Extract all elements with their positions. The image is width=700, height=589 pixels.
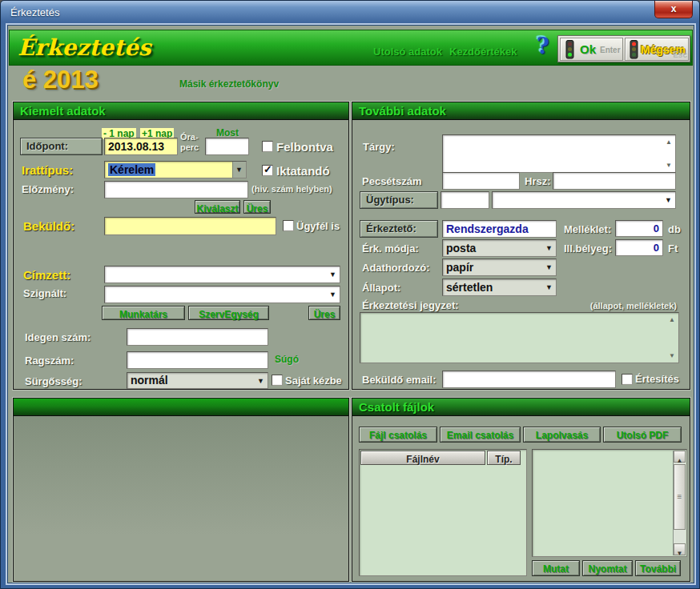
ugytipus-button[interactable]: Ügytípus: xyxy=(360,191,438,209)
nyomtat-button[interactable]: Nyomtat xyxy=(582,560,633,576)
ugytipus-combobox[interactable]: ▼ xyxy=(492,191,676,209)
sajat-kezbe-checkbox[interactable] xyxy=(272,375,283,386)
utolso-pdf-button[interactable]: Utolsó PDF xyxy=(603,427,682,443)
chevron-down-icon: ▼ xyxy=(545,263,553,271)
column-header-tip[interactable]: Típ. xyxy=(487,451,521,465)
cimzett-combobox[interactable]: ▼ xyxy=(104,266,340,283)
close-button[interactable]: x xyxy=(654,1,693,18)
bekuldo-label: Beküldő: xyxy=(23,219,74,233)
ertesites-label: Értesítés xyxy=(635,373,679,385)
email-csatolas-button[interactable]: Email csatolás xyxy=(440,427,521,443)
ragszam-field[interactable] xyxy=(127,351,268,369)
lapolvasas-button[interactable]: Lapolvasás xyxy=(523,427,601,443)
scroll-thumb[interactable]: ≡ xyxy=(674,464,686,530)
elozmeny-label: Előzmény: xyxy=(22,183,74,195)
bekuldo-email-field[interactable] xyxy=(442,371,616,388)
erkezteto-field[interactable]: Rendszergazda xyxy=(442,220,557,238)
cimzett-label: Címzett: xyxy=(23,268,70,282)
ugyfel-is-checkbox[interactable] xyxy=(283,220,294,231)
hiv-szam-hint: (hiv. szám helyben) xyxy=(251,184,332,194)
melleklet-field[interactable]: 0 xyxy=(615,220,663,237)
chevron-down-icon: ▼ xyxy=(235,166,243,174)
registry-book-code: é 2013 xyxy=(22,66,99,94)
ok-button[interactable]: Ok Enter xyxy=(560,38,623,61)
melleklet-label: Melléklet: xyxy=(564,223,611,235)
cancel-button[interactable]: Mégsem Esc xyxy=(625,38,689,61)
chevron-down-icon: ▼ xyxy=(329,270,336,278)
chevron-down-icon: ▼ xyxy=(665,196,672,204)
csatolt-panel: Csatolt fájlok Fájl csatolás Email csato… xyxy=(352,398,690,582)
surgosseg-combobox[interactable]: normál ▼ xyxy=(127,372,268,389)
file-preview[interactable]: ▲ ≡ ▼ xyxy=(532,449,687,557)
felbontva-checkbox[interactable] xyxy=(262,141,273,152)
elozmeny-field[interactable] xyxy=(104,181,248,198)
app-window: Érkeztetés x Érkeztetés Utolsó adatok Ke… xyxy=(0,0,700,589)
adathordozo-combobox[interactable]: papír ▼ xyxy=(442,258,557,276)
jegyzet-scrollbar[interactable]: ▲ ▼ xyxy=(666,314,678,362)
ures-cimzett-button[interactable]: Üres xyxy=(308,306,340,320)
sugo-link[interactable]: Súgó xyxy=(275,354,299,365)
mutat-button[interactable]: Mutat xyxy=(532,560,580,576)
tovabbi-button[interactable]: További xyxy=(635,560,681,576)
other-book-link[interactable]: Másik érkeztetőkönyv xyxy=(179,78,279,90)
illbelyeg-label: Ill.bélyeg: xyxy=(564,242,612,254)
tovabbi-panel-header: További adatok xyxy=(352,102,690,120)
column-header-fajlnev[interactable]: Fájlnév xyxy=(360,451,485,465)
targy-textarea[interactable]: ▲ ▼ xyxy=(442,134,676,173)
ok-shortcut: Enter xyxy=(600,46,621,54)
munkatars-button[interactable]: Munkatárs xyxy=(102,306,185,320)
irattipus-selected: Kérelem xyxy=(108,163,155,176)
file-list[interactable]: Fájlnév Típ. xyxy=(359,449,527,576)
now-link[interactable]: Most xyxy=(216,127,239,138)
kivalaszt-button[interactable]: Kiválaszt xyxy=(195,200,240,214)
chevron-down-icon: ▼ xyxy=(257,377,264,385)
csatolt-panel-header: Csatolt fájlok xyxy=(352,399,690,416)
check-icon: ✓ xyxy=(264,163,272,175)
jegyzet-hint: (állapot, mellékletek) xyxy=(590,301,677,311)
kezdoertekek-link[interactable]: Kezdőértékek xyxy=(449,46,517,58)
iktatando-label: Iktatandó xyxy=(276,164,330,178)
scroll-down-icon: ▼ xyxy=(677,550,683,557)
irattipus-dropdown-zone[interactable]: ▼ xyxy=(232,162,246,178)
time-field[interactable] xyxy=(205,138,249,155)
scroll-up-button[interactable]: ▲ xyxy=(674,451,686,463)
pecsetszam-field[interactable] xyxy=(442,172,520,190)
scroll-down-button[interactable]: ▼ xyxy=(674,543,686,555)
surgosseg-label: Sürgősség: xyxy=(25,375,82,387)
idegen-szam-field[interactable] xyxy=(127,328,268,346)
szignalt-combobox[interactable]: ▼ xyxy=(104,286,340,303)
utolso-adatok-link[interactable]: Utolsó adatok xyxy=(373,46,442,58)
felbontva-label: Felbontva xyxy=(276,140,333,154)
erk-modja-label: Érk. módja: xyxy=(362,242,419,254)
hrsz-field[interactable] xyxy=(553,172,676,190)
cancel-shortcut: Esc xyxy=(673,50,687,59)
ertesites-checkbox[interactable] xyxy=(622,374,633,385)
erk-modja-combobox[interactable]: posta ▼ xyxy=(442,239,557,257)
allapot-combobox[interactable]: sértetlen ▼ xyxy=(442,278,557,296)
page-title: Érkeztetés xyxy=(18,34,151,61)
targy-scrollbar[interactable]: ▲ ▼ xyxy=(663,136,674,171)
tovabbi-panel: További adatok Tárgy: ▲ ▼ Pecsétszám Hrs… xyxy=(352,102,690,390)
preview-scrollbar[interactable]: ▲ ≡ ▼ xyxy=(673,451,686,555)
scroll-up-icon: ▲ xyxy=(666,138,672,146)
idopont-button[interactable]: Időpont: xyxy=(20,138,103,155)
adathordozo-label: Adathordozó: xyxy=(362,262,429,274)
kiemelt-panel-header: Kiemelt adatok xyxy=(14,102,348,120)
iktatando-checkbox[interactable]: ✓ xyxy=(262,165,273,176)
erkezteto-button[interactable]: Érkeztető: xyxy=(360,220,438,238)
jegyzet-textarea[interactable]: ▲ ▼ xyxy=(360,312,679,363)
date-field[interactable]: 2013.08.13 xyxy=(104,138,178,155)
bekuldo-field[interactable] xyxy=(104,217,276,235)
db-label: db xyxy=(668,223,681,235)
ures-bekuldo-button[interactable]: Üres xyxy=(243,200,271,214)
fajl-csatolas-button[interactable]: Fájl csatolás xyxy=(359,427,437,443)
ragszam-label: Ragszám: xyxy=(25,355,74,367)
irattipus-combobox[interactable]: Kérelem ▼ xyxy=(104,161,247,178)
ugytipus-code-field[interactable] xyxy=(441,191,489,209)
kiemelt-panel: Kiemelt adatok - 1 nap +1 nap Most Időpo… xyxy=(13,102,349,390)
szervegyseg-button[interactable]: SzervEgység xyxy=(188,306,269,320)
illbelyeg-field[interactable]: 0 xyxy=(615,239,663,256)
help-icon[interactable]: ? xyxy=(537,34,549,58)
hrsz-label: Hrsz: xyxy=(525,175,551,187)
kiemelt-title: Kiemelt adatok xyxy=(14,102,106,120)
